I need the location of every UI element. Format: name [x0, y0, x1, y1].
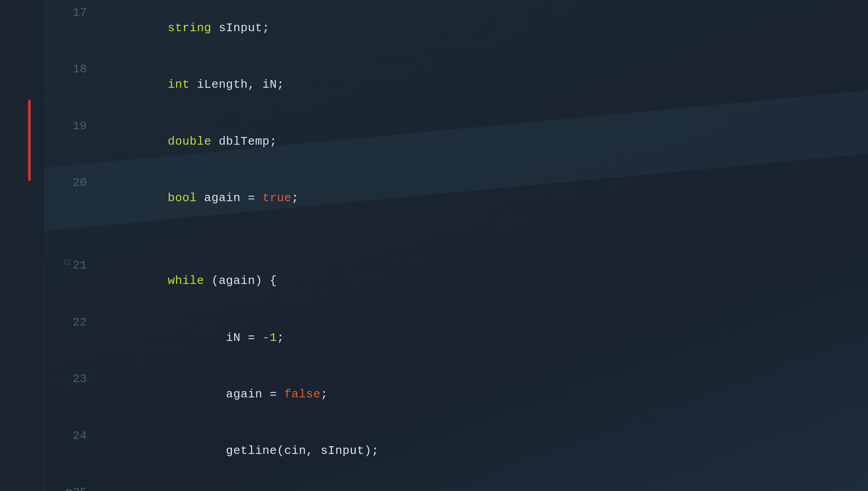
- code-text: getline(cin, sInput);: [168, 444, 379, 458]
- code-text: iLength, iN;: [189, 78, 284, 91]
- neg-1: -1: [262, 331, 277, 345]
- line-content-21: while (again) {: [95, 253, 277, 309]
- code-line-20: 20 bool again = true;: [54, 170, 868, 227]
- code-line-21-while: 21 while (again) {: [54, 253, 868, 309]
- keyword-string: string: [168, 21, 212, 35]
- code-text: dblTemp;: [212, 135, 277, 148]
- line-content-17: string sInput;: [95, 0, 269, 57]
- line-content-23: again = false;: [95, 366, 328, 423]
- bool-false-1: false: [284, 387, 321, 401]
- gutter: [0, 0, 45, 491]
- line-content-24: getline(cin, sInput);: [95, 423, 379, 480]
- code-lines: 17 string sInput; 18 int iLength, iN; 19…: [54, 0, 868, 491]
- code-line-17: 17 string sInput;: [54, 0, 868, 57]
- code-text: ;: [277, 331, 284, 345]
- line-content-20: bool again = true;: [95, 170, 299, 227]
- line-number-25-sys: p25: [54, 480, 95, 491]
- keyword-while-1: while: [168, 274, 204, 288]
- line-number-21: 21: [54, 253, 95, 274]
- line-number-17: 17: [54, 0, 95, 21]
- code-line-21-blank: 21: [54, 227, 868, 253]
- keyword-bool: bool: [168, 191, 197, 205]
- code-text: ;: [292, 191, 299, 205]
- code-area: 17 string sInput; 18 int iLength, iN; 19…: [45, 0, 868, 491]
- line-number-20: 20: [54, 170, 95, 191]
- line-number-18: 18: [54, 57, 95, 77]
- code-text: iN =: [168, 331, 262, 345]
- keyword-int: int: [168, 78, 189, 91]
- line-number-22: 22: [54, 310, 95, 330]
- scrollbar-thumb[interactable]: [28, 99, 31, 181]
- code-line-24: 24 getline(cin, sInput);: [54, 423, 868, 480]
- code-text: (again) {: [204, 274, 277, 288]
- bool-true-1: true: [262, 191, 291, 205]
- code-line-25-sys: p25 system("cls");: [54, 480, 868, 491]
- code-line-23: 23 again = false;: [54, 366, 868, 423]
- line-number-24: 24: [54, 423, 95, 444]
- code-text: again =: [168, 387, 284, 401]
- keyword-double: double: [168, 135, 212, 148]
- line-content-22: iN = -1;: [95, 310, 284, 366]
- line-number-23: 23: [54, 366, 95, 387]
- code-text: sInput;: [212, 21, 270, 35]
- code-text: ;: [321, 387, 328, 401]
- line-content-blank: [95, 227, 102, 253]
- code-text: again =: [197, 191, 262, 205]
- code-line-18: 18 int iLength, iN;: [54, 57, 868, 113]
- line-content-19: double dblTemp;: [95, 113, 277, 170]
- code-line-19: 19 double dblTemp;: [54, 113, 868, 170]
- editor-container: 17 string sInput; 18 int iLength, iN; 19…: [0, 0, 868, 491]
- line-content-25-sys: system("cls");: [95, 480, 328, 491]
- line-number-19: 19: [54, 113, 95, 134]
- scrollbar[interactable]: [28, 0, 31, 491]
- code-line-22: 22 iN = -1;: [54, 310, 868, 366]
- line-content-18: int iLength, iN;: [95, 57, 284, 113]
